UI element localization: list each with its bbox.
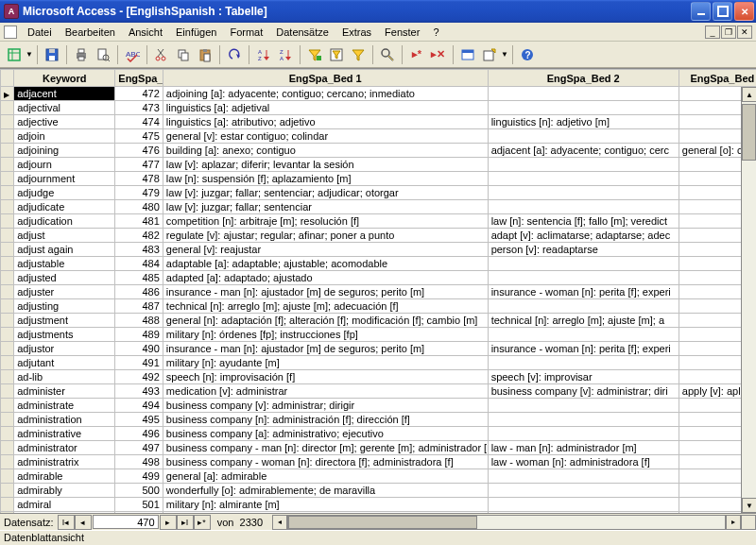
datasheet[interactable]: Keyword EngSpa_I EngSpa_Bed 1 EngSpa_Bed… [0, 68, 756, 513]
cell-keyword[interactable]: ad-lib [14, 370, 115, 384]
table-row[interactable]: adjudge479law [v]: juzgar; fallar; sente… [1, 186, 757, 200]
cell-bed1[interactable]: general [n]: adaptación [f]; alteración … [163, 314, 488, 328]
next-record-button[interactable]: ▸ [160, 515, 177, 530]
cell-keyword[interactable]: adjacent [14, 87, 115, 101]
delete-record-icon[interactable]: ▸✕ [428, 44, 449, 65]
cell-keyword[interactable]: adjutant [14, 356, 115, 370]
cell-index[interactable]: 493 [115, 384, 163, 399]
menu-edit[interactable]: Bearbeiten [59, 25, 122, 40]
table-row[interactable]: adjudication481competition [n]: arbitraj… [1, 214, 757, 229]
cell-bed2[interactable] [488, 172, 679, 186]
mdi-minimize-button[interactable]: _ [705, 26, 720, 39]
row-selector[interactable] [1, 243, 14, 257]
row-selector[interactable] [1, 172, 14, 186]
row-selector[interactable] [1, 115, 14, 129]
cell-bed2[interactable]: technical [n]: arreglo [m]; ajuste [m]; … [488, 314, 679, 328]
menu-records[interactable]: Datensätze [269, 25, 335, 40]
cell-bed1[interactable]: medication [v]: administrar [163, 384, 488, 399]
cell-bed1[interactable]: law [n]: suspensión [f]; aplazamiento [m… [163, 172, 488, 186]
table-row[interactable]: adjectival473linguistics [a]: adjetival [1, 101, 757, 115]
cell-keyword[interactable]: administer [14, 384, 115, 399]
table-row[interactable]: adjustment488general [n]: adaptación [f]… [1, 314, 757, 328]
cell-index[interactable]: 490 [115, 342, 163, 356]
cell-keyword[interactable]: admirable [14, 469, 115, 484]
cell-bed1[interactable]: military [n]: ayudante [m] [163, 356, 488, 370]
scroll-left-button[interactable]: ◂ [272, 515, 287, 530]
cell-bed2[interactable] [488, 257, 679, 271]
cell-bed2[interactable] [488, 200, 679, 214]
cell-bed2[interactable]: adjacent [a]: adyacente; contiguo; cerc [488, 144, 679, 158]
row-selector[interactable] [1, 271, 14, 285]
cell-index[interactable]: 473 [115, 101, 163, 115]
column-header-engspa-bed1[interactable]: EngSpa_Bed 1 [163, 70, 488, 87]
cell-keyword[interactable]: adjectival [14, 101, 115, 115]
table-row[interactable]: adjusted485adapted [a]: adaptado; ajusta… [1, 271, 757, 285]
row-selector[interactable] [1, 328, 14, 342]
row-selector[interactable] [1, 101, 14, 115]
table-row[interactable]: adjust482regulate [v]: ajustar; regular;… [1, 229, 757, 243]
row-selector[interactable] [1, 144, 14, 158]
menu-window[interactable]: Fenster [378, 25, 426, 40]
row-selector[interactable] [1, 427, 14, 441]
table-row[interactable]: adjoining476building [a]: anexo; contigu… [1, 144, 757, 158]
column-header-engspa-bed2[interactable]: EngSpa_Bed 2 [488, 70, 679, 87]
cell-bed1[interactable]: law [v]: aplazar; diferir; levantar la s… [163, 158, 488, 172]
scroll-down-button[interactable]: ▼ [742, 498, 756, 513]
column-header-engspa-i[interactable]: EngSpa_I [115, 70, 163, 87]
table-row[interactable]: ad-lib492speech [n]: improvisación [f]sp… [1, 370, 757, 384]
cell-keyword[interactable]: adjust again [14, 243, 115, 257]
cell-keyword[interactable]: adjournment [14, 172, 115, 186]
row-selector[interactable] [1, 214, 14, 229]
row-selector[interactable] [1, 413, 14, 427]
table-row[interactable]: administer493medication [v]: administrar… [1, 384, 757, 399]
scroll-right-button[interactable]: ▸ [726, 515, 741, 530]
cell-bed1[interactable]: general [v]: reajustar [163, 243, 488, 257]
menu-format[interactable]: Format [223, 25, 269, 40]
cell-keyword[interactable]: adjoin [14, 129, 115, 144]
cell-index[interactable]: 498 [115, 455, 163, 469]
cell-bed2[interactable] [488, 356, 679, 370]
table-row[interactable]: adjuster486insurance - man [n]: ajustado… [1, 285, 757, 299]
cell-keyword[interactable]: administrative [14, 427, 115, 441]
table-row[interactable]: adjustor490insurance - man [n]: ajustado… [1, 342, 757, 356]
cell-index[interactable]: 486 [115, 285, 163, 299]
row-selector[interactable] [1, 441, 14, 455]
horizontal-scroll-thumb[interactable] [288, 516, 477, 529]
row-selector[interactable] [1, 498, 14, 512]
cell-bed1[interactable]: business company [n]: administración [f]… [163, 413, 488, 427]
cell-bed1[interactable]: adapted [a]: adaptado; ajustado [163, 271, 488, 285]
table-row[interactable]: adjective474linguistics [a]: atributivo;… [1, 115, 757, 129]
cell-index[interactable]: 478 [115, 172, 163, 186]
cell-bed2[interactable] [488, 498, 679, 512]
table-row[interactable]: administrate494business company [v]: adm… [1, 399, 757, 413]
cell-bed2[interactable] [488, 399, 679, 413]
cell-bed2[interactable]: business company [v]: administrar; diri [488, 384, 679, 399]
cell-bed2[interactable]: adapt [v]: aclimatarse; adaptarse; adec [488, 229, 679, 243]
cell-bed1[interactable]: speech [n]: improvisación [f] [163, 370, 488, 384]
cell-index[interactable]: 474 [115, 115, 163, 129]
cell-bed2[interactable] [488, 158, 679, 172]
row-selector[interactable] [1, 200, 14, 214]
vertical-scrollbar[interactable]: ▲ ▼ [741, 87, 756, 513]
cell-index[interactable]: 477 [115, 158, 163, 172]
table-row[interactable]: admirably500wonderfully [o]: admirableme… [1, 484, 757, 498]
scroll-up-button[interactable]: ▲ [742, 87, 756, 102]
sort-desc-icon[interactable]: ZA [275, 44, 296, 65]
print-icon[interactable] [71, 44, 92, 65]
cell-index[interactable]: 500 [115, 484, 163, 498]
cell-bed2[interactable]: linguistics [n]: adjetivo [m] [488, 115, 679, 129]
cell-keyword[interactable]: administrate [14, 399, 115, 413]
table-row[interactable]: administratrix498business company - woma… [1, 455, 757, 469]
cell-bed1[interactable]: linguistics [a]: adjetival [163, 101, 488, 115]
cell-bed1[interactable]: military [n]: almirante [m] [163, 498, 488, 512]
mdi-restore-button[interactable]: ❐ [721, 26, 736, 39]
cell-keyword[interactable]: admiral [14, 498, 115, 512]
table-row[interactable]: administrative496business company [a]: a… [1, 427, 757, 441]
row-selector-header[interactable] [1, 70, 14, 87]
cell-index[interactable]: 499 [115, 469, 163, 484]
cell-index[interactable]: 494 [115, 399, 163, 413]
cell-keyword[interactable]: adjudge [14, 186, 115, 200]
table-row[interactable]: adjust again483general [v]: reajustarper… [1, 243, 757, 257]
row-selector[interactable] [1, 314, 14, 328]
prev-record-button[interactable]: ◂ [75, 515, 92, 530]
